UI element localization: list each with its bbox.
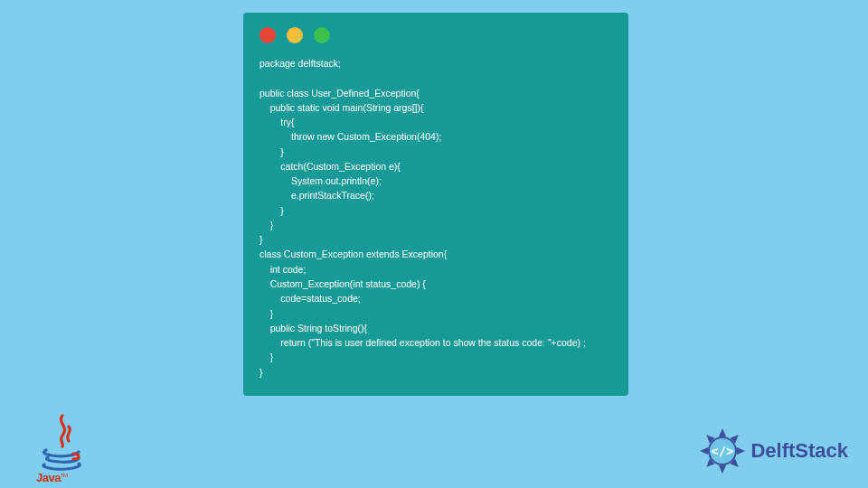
svg-marker-2 [737, 447, 745, 455]
delftstack-icon: </> [698, 427, 747, 475]
svg-marker-0 [719, 428, 726, 436]
delftstack-label: DelftStack [750, 439, 848, 463]
window-controls [259, 27, 612, 43]
svg-marker-6 [700, 447, 708, 455]
code-window: package delftstack; public class User_De… [243, 13, 628, 396]
svg-text:</>: </> [712, 444, 734, 458]
close-icon [259, 27, 276, 43]
delftstack-logo: </> DelftStack [698, 427, 848, 475]
java-logo-icon [39, 414, 84, 477]
code-block: package delftstack; public class User_De… [259, 56, 612, 380]
java-logo-text: JavaTM [36, 471, 68, 484]
java-tm: TM [61, 473, 68, 478]
maximize-icon [314, 27, 330, 43]
minimize-icon [287, 27, 303, 43]
java-label: Java [36, 471, 61, 484]
svg-marker-4 [719, 465, 726, 474]
